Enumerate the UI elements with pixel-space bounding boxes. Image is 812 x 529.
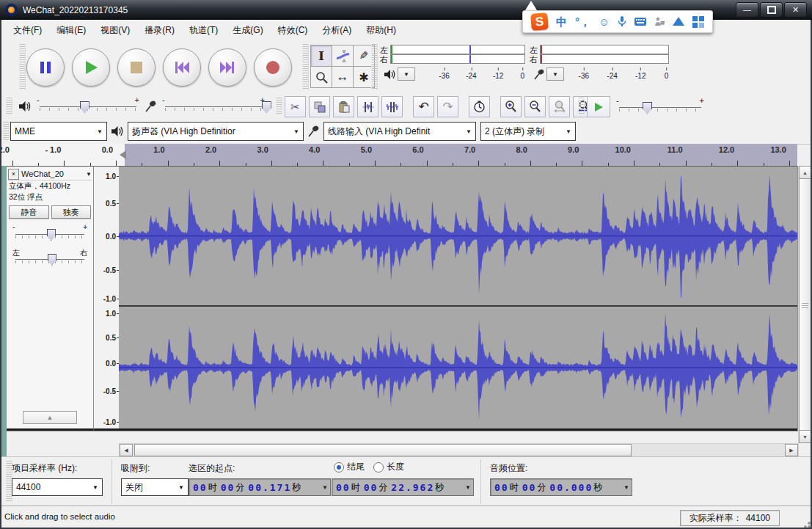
sogou-logo-icon[interactable]: S [530,12,549,31]
punctuation-icon[interactable]: °， [575,16,590,27]
menu-analyze[interactable]: 分析(A) [315,21,359,40]
track-collapse-button[interactable]: ▲ [23,411,77,424]
snap-to-select[interactable]: 关闭▼ [121,478,189,496]
copy-button[interactable] [309,96,330,117]
skin-icon[interactable] [673,18,684,26]
menu-view[interactable]: 视图(V) [93,21,137,40]
close-button[interactable]: ✕ [784,2,807,18]
vertical-scrollbar[interactable]: ▲ ▼ [798,166,811,443]
pause-button[interactable] [26,48,65,87]
play-button[interactable] [72,48,110,87]
chinese-mode-icon[interactable]: 中 [556,16,567,27]
zoom-out-button[interactable] [524,96,546,117]
handwriting-icon[interactable]: 37 [654,17,665,26]
fit-selection-button[interactable] [549,96,570,117]
mixer-toolbar-grip[interactable] [6,98,12,114]
maximize-button[interactable] [760,2,783,18]
envelope-tool-button[interactable] [332,45,354,67]
recording-device-select[interactable]: 线路输入 (VIA High Definit▼ [323,122,476,141]
menu-effect[interactable]: 特效(C) [271,21,315,40]
status-message: Click and drag to select audio [4,512,115,521]
menu-generate[interactable]: 生成(G) [225,21,270,40]
tools-toolbar-grip[interactable] [302,44,309,90]
audio-host-select[interactable]: MME▼ [10,122,107,141]
soft-keyboard-icon[interactable] [634,18,646,26]
silence-selection-button[interactable] [381,96,403,117]
device-toolbar-grip[interactable] [3,122,10,140]
undo-button[interactable]: ↶ [413,96,434,117]
pan-slider-thumb[interactable] [48,254,56,266]
solo-button[interactable]: 独奏 [51,205,92,219]
waveform-display[interactable] [119,166,797,431]
timeline-ruler[interactable]: - 2.0- 1.00.01.02.03.04.05.06.07.08.09.0… [0,144,797,167]
skip-to-end-button[interactable] [208,48,246,87]
horizontal-scrollbar-thumb[interactable] [134,444,632,456]
playback-volume-slider[interactable]: -+ [37,97,139,116]
menu-tracks[interactable]: 轨道(T) [182,21,225,40]
track-name[interactable]: WeChat_20 [21,169,84,178]
gain-slider-thumb[interactable] [47,229,56,241]
menu-transport[interactable]: 播录(R) [137,21,182,40]
record-button[interactable] [254,48,292,87]
vertical-ruler[interactable]: 1.00.50.0-0.5-1.01.00.50.0-0.5-1.0 [94,166,119,431]
recording-channels-select[interactable]: 2 (立体声) 录制▼ [480,122,576,141]
playback-meter-dropdown[interactable]: ▼ [398,68,415,81]
playback-volume-thumb[interactable] [80,101,89,114]
emoji-icon[interactable]: ☺ [599,16,610,27]
recording-volume-slider[interactable]: -+ [162,97,265,116]
recording-meter-dropdown[interactable]: ▼ [546,68,564,81]
scroll-right-button[interactable]: ▶ [785,444,798,456]
transport-toolbar-grip[interactable] [19,44,26,90]
trim-outside-selection-button[interactable] [357,96,378,117]
playback-speed-thumb[interactable] [643,102,652,114]
vertical-scrollbar-thumb[interactable] [799,178,811,432]
svg-text:37: 37 [661,21,665,25]
project-rate-select[interactable]: 44100▼ [12,478,103,496]
waveform-right-channel[interactable] [119,307,797,428]
waveform-left-channel[interactable] [119,167,797,305]
mute-button[interactable]: 静音 [9,205,49,219]
recording-meter-right-bar [540,54,669,64]
sync-lock-button[interactable] [469,96,490,117]
voice-input-icon[interactable] [618,16,626,27]
meter-toolbar-grip[interactable] [371,44,378,90]
paste-button[interactable] [333,96,354,117]
selection-tool-button[interactable]: I [310,45,332,67]
menu-file[interactable]: 文件(F) [6,21,49,40]
toolbox-icon[interactable] [692,16,704,28]
track-close-button[interactable]: × [8,169,19,180]
redo-button[interactable]: ↷ [437,96,458,117]
time-shift-tool-button[interactable]: ↔ [332,66,354,88]
track-control-panel[interactable]: × WeChat_20 ▼ 立体声，44100Hz 32位 浮点 静音 独奏 -… [7,166,94,431]
recording-meter[interactable]: 左 右 -36 -24 -12 0 ▼ [530,45,669,90]
recording-volume-thumb[interactable] [262,101,271,114]
gain-slider[interactable]: -+ [12,223,87,244]
transcription-toolbar-grip[interactable] [578,98,585,114]
project-rate-label: 项目采样率 (Hz): [12,462,77,475]
edit-toolbar: ✂ ↶ ↷ [285,96,594,117]
playback-speed-slider[interactable]: -+ [616,98,704,117]
menu-edit[interactable]: 编辑(E) [49,21,93,40]
selection-start-field[interactable]: 00时00分00.171秒▼ [189,478,331,496]
audio-position-field[interactable]: 00时00分00.000秒▼ [490,478,632,496]
length-radio[interactable]: 长度 [373,461,404,473]
zoom-in-button[interactable] [500,96,522,117]
scroll-up-button[interactable]: ▲ [799,166,811,179]
horizontal-scrollbar[interactable]: ◀ ▶ [119,443,799,457]
menu-help[interactable]: 帮助(H) [359,21,403,40]
scroll-down-button[interactable]: ▼ [799,430,811,443]
zoom-tool-button[interactable] [310,66,332,88]
scroll-left-button[interactable]: ◀ [120,444,133,456]
end-radio[interactable]: 结尾 [334,461,365,473]
stop-button[interactable] [117,48,156,87]
track-menu-dropdown[interactable]: ▼ [86,171,92,178]
edit-toolbar-grip[interactable] [276,98,282,114]
cut-button[interactable]: ✂ [285,96,306,117]
selection-end-field[interactable]: 00时00分22.962秒▼ [332,478,474,496]
pan-slider[interactable]: 左右 [12,248,87,269]
playback-device-select[interactable]: 扬声器 (VIA High Definitior▼ [128,122,304,141]
skip-to-start-button[interactable] [163,48,201,87]
play-at-speed-button[interactable] [587,96,610,117]
minimize-button[interactable]: — [736,2,758,18]
playback-meter[interactable]: 左 右 -36 -24 -12 0 ▼ [380,45,525,90]
